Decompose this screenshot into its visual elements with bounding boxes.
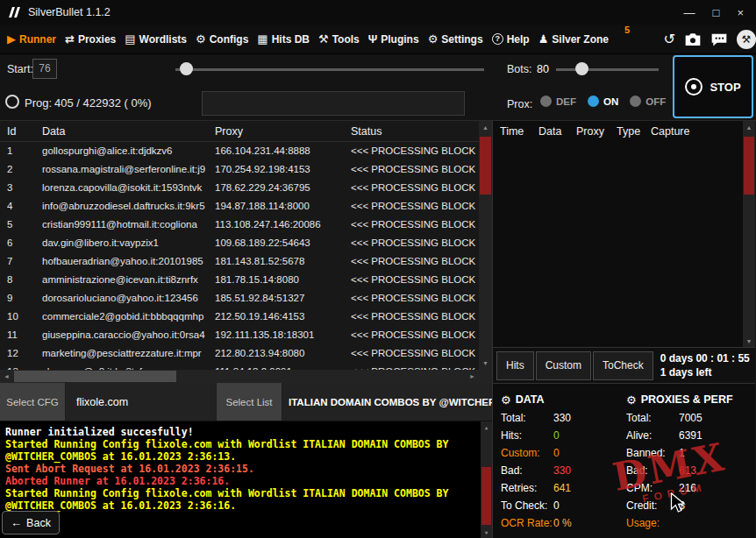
cell-id: 12 xyxy=(7,344,42,363)
column-header[interactable]: Id xyxy=(7,121,42,141)
hits-vertical-scrollbar[interactable]: ▲ ▼ xyxy=(743,121,755,347)
stat-value: 613 xyxy=(679,464,696,477)
result-row[interactable]: 8 amministrazione@icevan.it:ti8znrfx 181… xyxy=(0,271,479,289)
nav-item[interactable]: Ψ Plugins xyxy=(368,33,419,46)
result-row[interactable]: 5 cristian999111@hotmail.it:cogliona 113… xyxy=(0,216,479,234)
cell-status: <<< PROCESSING BLOCK xyxy=(351,308,479,326)
scrollbar-thumb[interactable] xyxy=(14,371,176,382)
stat-value: 0 xyxy=(553,499,560,512)
minimize-button[interactable]: — xyxy=(684,6,695,19)
nav-item[interactable]: ⚙ Configs xyxy=(196,33,248,46)
close-button[interactable]: × xyxy=(737,6,744,19)
scroll-down-icon[interactable]: ▼ xyxy=(481,527,492,538)
column-header[interactable]: Data xyxy=(538,121,576,142)
scroll-down-icon[interactable]: ▼ xyxy=(479,357,492,370)
result-row[interactable]: 10 commerciale2@gobid.it:bbbqqqmhp 212.5… xyxy=(0,308,479,326)
scroll-left-icon[interactable]: ◄ xyxy=(0,370,13,383)
result-row[interactable]: 4 info@abruzzodiesel.daftrucks.it:9kr5 1… xyxy=(0,197,479,216)
nav-item-icon: ⇄ xyxy=(65,33,75,45)
start-slider-thumb[interactable] xyxy=(180,62,193,75)
start-input[interactable]: 76 xyxy=(32,59,57,79)
result-row[interactable]: 9 dorosarioluciano@yahoo.it:123456 185.5… xyxy=(0,289,479,308)
cell-id: 1 xyxy=(7,142,42,160)
support-wrench-icon[interactable]: ⚒ xyxy=(737,30,756,49)
nav-item[interactable]: ⚙ Settings xyxy=(428,33,483,46)
scrollbar-corner xyxy=(479,370,492,383)
nav-item[interactable]: ▶ Runner xyxy=(7,33,56,46)
cell-data: cristian999111@hotmail.it:cogliona xyxy=(42,216,215,234)
stat-label: CPM: xyxy=(626,482,679,494)
cell-proxy: 113.108.247.146:20086 xyxy=(215,216,351,234)
nav-item[interactable]: ⇄ Proxies xyxy=(65,33,116,46)
stats-area: ⚙ DATA Total: 330 Hits: 0 xyxy=(493,383,755,538)
history-icon[interactable]: ↺ xyxy=(664,31,675,47)
result-row[interactable]: 11 giuseppina.caraccio@yahoo.it:0rsa4 19… xyxy=(0,326,479,344)
log-console: Runner initialized succesfully!Started R… xyxy=(0,421,492,538)
stat-label: Total: xyxy=(626,412,679,424)
progress-bar xyxy=(202,91,465,116)
chat-icon[interactable] xyxy=(710,32,728,46)
tab[interactable]: ToCheck xyxy=(593,351,653,380)
result-row[interactable]: 6 dav.gin@libero.it:vaypzix1 109.68.189.… xyxy=(0,234,479,252)
nav-item[interactable]: ▦ Hits DB xyxy=(257,33,310,46)
bots-slider[interactable] xyxy=(556,61,659,77)
scroll-right-icon[interactable]: ► xyxy=(466,370,479,383)
prox-toggle[interactable]: DEF xyxy=(540,96,576,107)
prox-toggle[interactable]: ON xyxy=(588,96,618,107)
column-header[interactable]: Proxy xyxy=(215,121,351,141)
select-list-button[interactable]: Select List xyxy=(217,383,282,421)
maximize-button[interactable]: □ xyxy=(713,6,720,19)
cell-data: rossana.magistrali@serferonline.it:j9 xyxy=(42,160,215,179)
bots-slider-thumb[interactable] xyxy=(575,62,588,75)
cell-data: info@abruzzodiesel.daftrucks.it:9kr5 xyxy=(42,197,215,216)
scroll-up-icon[interactable]: ▲ xyxy=(743,121,755,133)
results-vertical-scrollbar[interactable]: ▲ ▼ xyxy=(479,121,492,370)
hits-panel: TimeDataProxyTypeCapture ▲ ▼ HitsCustomT… xyxy=(493,121,755,383)
camera-icon[interactable] xyxy=(684,32,702,46)
log-line: Aborted Runner at 16.01.2023 2:36:16. xyxy=(5,475,478,487)
tab[interactable]: Custom xyxy=(536,351,591,380)
cell-data: marketing@pesciattrezzature.it:mpr xyxy=(42,344,215,363)
nav-item[interactable]: ♟ Silver Zone xyxy=(538,33,609,46)
proxies-stats: Total: 7005 Alive: 6391 Banned: 1 xyxy=(626,409,754,532)
stat-label: OCR Rate: xyxy=(501,517,553,529)
progress-radio-icon[interactable] xyxy=(5,95,19,109)
nav-item[interactable]: ? Help xyxy=(492,33,530,46)
nav-item-icon: ♟ xyxy=(538,33,549,45)
results-horizontal-scrollbar[interactable]: ◄ ► xyxy=(0,370,479,383)
column-header[interactable]: Data xyxy=(42,121,215,141)
cell-status: <<< PROCESSING BLOCK xyxy=(351,197,479,216)
result-row[interactable]: 2 rossana.magistrali@serferonline.it:j9 … xyxy=(0,160,479,179)
stat-value: 7005 xyxy=(679,412,703,424)
nav-item-icon: ▶ xyxy=(7,33,16,45)
prox-toggle[interactable]: OFF xyxy=(630,96,666,107)
nav-item[interactable]: ⚒ Tools xyxy=(318,33,360,46)
scroll-down-icon[interactable]: ▼ xyxy=(743,335,755,347)
scrollbar-thumb[interactable] xyxy=(481,467,491,525)
nav-item-label: Wordlists xyxy=(139,33,187,46)
log-scrollbar[interactable]: ▲ ▼ xyxy=(481,421,492,538)
result-row[interactable]: 12 marketing@pesciattrezzature.it:mpr 21… xyxy=(0,344,479,363)
stat-row: Total: 7005 xyxy=(626,409,754,427)
stat-row: Banned: 1 xyxy=(626,444,754,462)
result-row[interactable]: 1 gollospurghi@alice.it:djdkzv6 166.104.… xyxy=(0,142,479,160)
scrollbar-thumb[interactable] xyxy=(480,137,491,195)
back-button[interactable]: ← Back xyxy=(2,511,60,534)
start-slider[interactable] xyxy=(175,61,484,77)
result-row[interactable]: 3 lorenza.capovilla@isokit.it:1593ntvk 1… xyxy=(0,179,479,197)
scroll-up-icon[interactable]: ▲ xyxy=(481,421,492,433)
select-cfg-button[interactable]: Select CFG xyxy=(0,383,66,421)
stop-button[interactable]: STOP xyxy=(673,55,753,118)
scrollbar-thumb[interactable] xyxy=(744,137,754,195)
column-header[interactable]: Type xyxy=(617,121,651,142)
column-header[interactable]: Proxy xyxy=(576,121,617,142)
column-header[interactable]: Status xyxy=(351,121,492,141)
tab[interactable]: Hits xyxy=(496,351,534,380)
result-row[interactable]: 7 hofbaueradrian@yahoo.it:20101985 181.1… xyxy=(0,252,479,271)
cell-data: gollospurghi@alice.it:djdkzv6 xyxy=(42,142,215,160)
column-header[interactable]: Capture xyxy=(651,121,755,142)
nav-item[interactable]: ▤ Wordlists xyxy=(125,33,187,46)
scroll-up-icon[interactable]: ▲ xyxy=(479,121,492,134)
timer-block: 0 days 00 : 01 : 55 1 days left xyxy=(660,351,750,379)
column-header[interactable]: Time xyxy=(500,121,538,142)
